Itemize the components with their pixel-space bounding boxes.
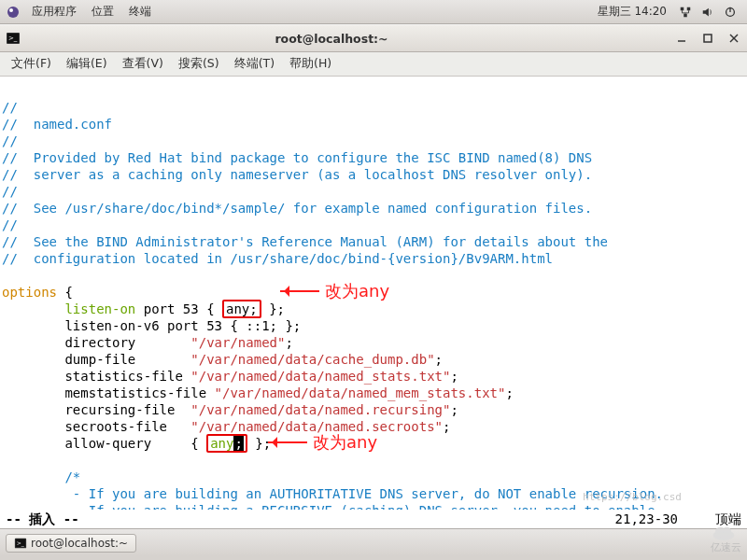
comment-line: // [2,184,18,199]
brand-text: 亿速云 [711,541,741,553]
annotation-1-text: 改为any [325,283,389,300]
gnome-bottom-panel: >_ root@localhost:~ 亿速云 [0,528,747,556]
vim-cursor-pos: 21,23-30 [615,511,678,527]
comment-line: // named.conf [2,117,112,132]
secroots-key: secroots-file [2,419,190,434]
window-min-button[interactable] [674,31,689,46]
taskbar-item-label: root@localhost:~ [31,537,128,550]
semi: ; [435,352,443,367]
panel-menu-places[interactable]: 位置 [84,4,121,20]
directory-val: "/var/named" [190,335,285,350]
window-max-button[interactable] [700,31,715,46]
vim-status-line: -- 插入 -- 21,23-30 顶端 [0,510,747,528]
window-titlebar: >_ root@localhost:~ [0,24,747,52]
distro-icon [6,5,21,20]
tail-comment: /* [2,469,80,484]
vim-mode: -- 插入 -- [6,511,79,527]
allowquery-key: allow-query { [2,436,206,451]
panel-menu-terminal[interactable]: 终端 [121,4,159,20]
svg-point-0 [7,7,19,18]
panel-clock[interactable]: 星期三 14:20 [598,4,667,20]
listen-on-v6-line: listen-on-v6 port 53 { ::1; }; [2,318,301,333]
directory-key: directory [2,335,190,350]
brand-watermark: 亿速云 [711,524,741,554]
svg-text:>_: >_ [17,539,25,546]
recursing-val: "/var/named/data/named.recursing" [190,402,450,417]
statsfile-key: statistics-file [2,369,190,384]
comment-line: // [2,133,18,148]
svg-point-19 [723,526,731,535]
comment-line: // See /usr/share/doc/bind*/sample/ for … [2,201,592,216]
window-close-button[interactable] [726,31,741,46]
options-keyword: options [2,285,57,300]
taskbar-terminal-item[interactable]: >_ root@localhost:~ [6,534,136,553]
annotation-2-text: 改为any [313,434,377,451]
brace: { [57,285,73,300]
annotation-2: 改为any [268,434,377,451]
dumpfile-val: "/var/named/data/cache_dump.db" [190,352,434,367]
volume-icon[interactable] [700,5,715,20]
memstats-val: "/var/named/data/named_mem_stats.txt" [215,385,506,400]
menu-terminal[interactable]: 终端(T) [227,56,282,72]
semi: ; [450,402,458,417]
allowquery-any-highlight: any; [206,434,247,453]
semi: ; [450,369,458,384]
power-icon[interactable] [723,5,738,20]
listen-on-end: }; [261,301,285,316]
dumpfile-key: dump-file [2,352,190,367]
tail-comment: - If you are building an AUTHORITATIVE D… [2,486,663,501]
svg-text:>_: >_ [8,35,18,42]
svg-rect-4 [684,13,687,17]
menu-view[interactable]: 查看(V) [115,56,171,72]
statsfile-val: "/var/named/data/named_stats.txt" [190,369,450,384]
terminal-icon: >_ [14,537,27,550]
terminal-icon: >_ [6,31,21,46]
listen-on-key: listen-on [64,301,135,316]
comment-line: // server as a caching only nameserver (… [2,167,592,182]
listen-on-any-highlight: any; [222,300,261,318]
svg-rect-11 [704,35,712,42]
cursor: ; [233,436,243,451]
window-title: root@localhost:~ [26,32,674,46]
menu-help[interactable]: 帮助(H) [282,56,339,72]
menu-search[interactable]: 搜索(S) [171,56,227,72]
comment-line: // Provided by Red Hat bind package to c… [2,150,592,165]
comment-line: // See the BIND Administrator's Referenc… [2,234,608,249]
network-icon[interactable] [678,5,693,20]
semi: ; [443,419,450,434]
panel-menu-apps[interactable]: 应用程序 [24,4,84,20]
menu-file[interactable]: 文件(F) [4,56,59,72]
semi: ; [505,385,513,400]
svg-rect-3 [687,7,691,10]
gnome-top-panel: 应用程序 位置 终端 星期三 14:20 [0,0,747,24]
arrow-icon [268,441,307,443]
arrow-icon [280,290,319,292]
listen-on-rest: port 53 { [135,301,222,316]
app-menubar: 文件(F) 编辑(E) 查看(V) 搜索(S) 终端(T) 帮助(H) [0,52,747,77]
svg-rect-2 [681,7,684,10]
comment-line: // configuration located in /usr/share/d… [2,251,553,266]
comment-line: // [2,100,18,115]
blog-watermark: https://blog.csd [583,489,682,506]
annotation-1: 改为any [280,283,389,300]
comment-line: // [2,217,18,232]
terminal-editor[interactable]: // // named.conf // // Provided by Red H… [0,77,747,528]
semi: ; [285,335,292,350]
svg-point-1 [9,8,13,12]
cloud-icon [711,524,741,540]
menu-edit[interactable]: 编辑(E) [59,56,115,72]
recursing-key: recursing-file [2,402,190,417]
memstats-key: memstatistics-file [2,385,215,400]
